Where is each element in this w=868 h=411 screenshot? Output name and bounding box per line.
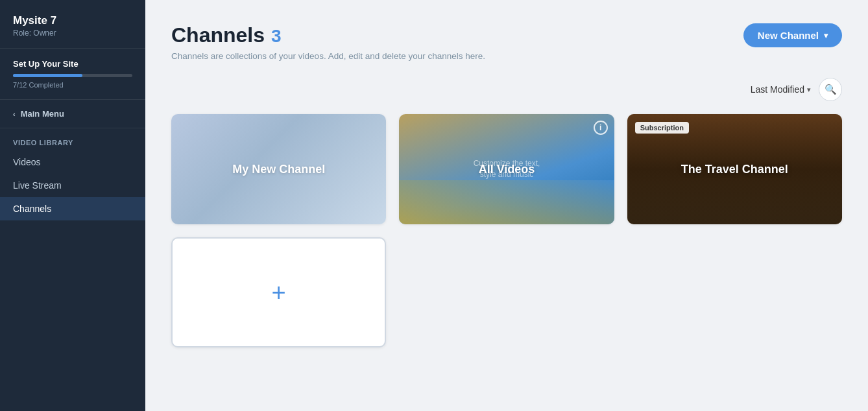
new-channel-button-label: New Channel	[758, 30, 819, 41]
subscription-badge: Subscription	[635, 122, 689, 134]
channel-name-all-videos: All Videos	[479, 163, 535, 176]
page-subtitle: Channels are collections of your videos.…	[171, 51, 485, 61]
channels-grid: My New Channel Customize the text,style …	[171, 114, 842, 347]
sidebar-item-live-stream[interactable]: Live Stream	[0, 174, 145, 197]
search-button[interactable]: 🔍	[819, 78, 842, 101]
sidebar: Mysite 7 Role: Owner Set Up Your Site 7/…	[0, 0, 145, 411]
progress-bar-background	[13, 74, 132, 77]
info-badge[interactable]: i	[594, 121, 608, 135]
channel-card-all-videos[interactable]: Customize the text,style and music All V…	[399, 114, 614, 224]
stripe-decoration	[399, 180, 614, 224]
sort-dropdown[interactable]: Last Modified ▾	[751, 84, 811, 95]
channel-name-my-new: My New Channel	[232, 163, 325, 176]
channel-card-my-new[interactable]: My New Channel	[171, 114, 386, 224]
page-title-text: Channels	[171, 23, 265, 47]
sidebar-section-video-library: Video Library	[0, 128, 145, 150]
progress-label: 7/12 Completed	[13, 81, 132, 89]
main-menu-toggle[interactable]: ‹ Main Menu	[0, 100, 145, 128]
site-name: Mysite 7	[13, 14, 132, 27]
filter-row: Last Modified ▾ 🔍	[171, 78, 842, 101]
sidebar-item-videos[interactable]: Videos	[0, 150, 145, 174]
sidebar-header: Mysite 7 Role: Owner	[0, 0, 145, 49]
add-new-channel-card[interactable]: +	[171, 237, 386, 347]
site-role: Role: Owner	[13, 29, 132, 38]
setup-label: Set Up Your Site	[13, 59, 132, 69]
new-channel-button[interactable]: New Channel ▾	[743, 23, 842, 47]
sidebar-item-channels[interactable]: Channels	[0, 197, 145, 220]
page-title-group: Channels 3 Channels are collections of y…	[171, 23, 485, 61]
sidebar-setup: Set Up Your Site 7/12 Completed	[0, 49, 145, 100]
page-title-count: 3	[271, 26, 282, 47]
page-title: Channels 3	[171, 23, 485, 47]
progress-bar-fill	[13, 74, 82, 77]
channel-card-travel[interactable]: Subscription The Travel Channel	[627, 114, 842, 224]
sort-label: Last Modified	[751, 84, 804, 95]
chevron-left-icon: ‹	[13, 110, 16, 118]
main-content: Channels 3 Channels are collections of y…	[145, 0, 868, 411]
sort-chevron-icon: ▾	[807, 86, 811, 94]
main-menu-label: Main Menu	[21, 109, 64, 119]
search-icon: 🔍	[825, 84, 837, 95]
channel-name-travel: The Travel Channel	[681, 163, 788, 176]
new-channel-chevron-icon: ▾	[824, 31, 828, 40]
plus-icon: +	[272, 279, 286, 307]
page-header: Channels 3 Channels are collections of y…	[171, 23, 842, 61]
